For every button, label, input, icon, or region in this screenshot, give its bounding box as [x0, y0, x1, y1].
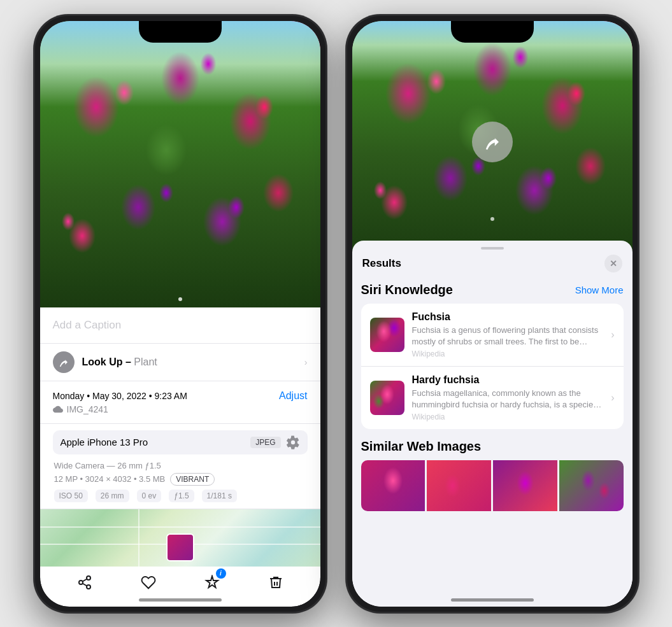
notch-1: [139, 21, 222, 43]
camera-model: Apple iPhone 13 Pro: [61, 437, 148, 447]
date-text: Monday • May 30, 2022 • 9:23 AM: [53, 391, 187, 401]
leaf-siri-icon: [483, 132, 502, 151]
lookup-label: Look Up – Plant: [82, 356, 297, 368]
heart-icon: [141, 575, 156, 590]
iso-value: ISO 50: [54, 490, 88, 502]
phone1-content: Add a Caption Look Up – Plant ›: [40, 21, 320, 607]
aperture-value: ƒ1.5: [169, 490, 194, 502]
siri-knowledge-title: Siri Knowledge: [361, 283, 453, 297]
leaf-icon: [58, 356, 69, 368]
metadata-section: Monday • May 30, 2022 • 9:23 AM Adjust I…: [40, 381, 320, 424]
phone-1-screen: Add a Caption Look Up – Plant ›: [40, 21, 320, 607]
phone-1: Add a Caption Look Up – Plant ›: [34, 15, 327, 613]
cloud-svg: [53, 404, 63, 414]
file-size: 12 MP • 3024 × 4032 • 3.5 MB: [54, 474, 166, 484]
date-row: Monday • May 30, 2022 • 9:23 AM Adjust: [53, 390, 308, 402]
similar-section: Similar Web Images: [361, 439, 624, 511]
notch-2: [451, 21, 534, 43]
siri-knowledge-header: Siri Knowledge Show More: [361, 283, 624, 297]
hardy-name: Hardy fuchsia: [412, 374, 604, 386]
fuchsia-thumb-bg: [370, 318, 404, 352]
lookup-icon: [53, 351, 75, 373]
results-panel: Results ✕ Siri Knowledge Show More: [352, 241, 633, 607]
sim-bg-4: [559, 460, 624, 511]
fuchsia-chevron-icon: ›: [611, 329, 614, 341]
phone-2-screen: Results ✕ Siri Knowledge Show More: [352, 21, 633, 607]
focal-value: 26 mm: [96, 490, 129, 502]
similar-grid: [361, 460, 624, 511]
fuchsia-source: Wikipedia: [412, 349, 604, 358]
results-header: Results ✕: [352, 250, 633, 280]
format-badge: JPEG: [250, 437, 280, 448]
file-info-row: 12 MP • 3024 × 4032 • 3.5 MB VIBRANT: [54, 473, 306, 486]
info-button[interactable]: [201, 571, 224, 594]
filename-text: IMG_4241: [67, 404, 108, 414]
similar-image-3[interactable]: [493, 460, 557, 511]
hardy-text: Hardy fuchsia Fuchsia magellanica, commo…: [412, 374, 604, 421]
sim-bg-3: [493, 460, 557, 511]
phone2-content: Results ✕ Siri Knowledge Show More: [352, 21, 633, 607]
delete-button[interactable]: [264, 571, 287, 594]
map-road-h: [40, 526, 320, 528]
camera-details: Wide Camera — 26 mm ƒ1.5 12 MP • 3024 × …: [53, 461, 308, 502]
fuchsia-desc: Fuchsia is a genus of flowering plants t…: [412, 325, 604, 348]
home-indicator-2: [451, 598, 534, 602]
lookup-chevron-icon: ›: [304, 357, 308, 367]
hardy-fuchsia-item[interactable]: Hardy fuchsia Fuchsia magellanica, commo…: [361, 367, 624, 429]
photo-area-1[interactable]: [40, 21, 320, 307]
sim-bg-2: [427, 460, 491, 511]
map-photo-thumb: [166, 533, 194, 561]
share-button[interactable]: [73, 571, 96, 594]
shutter-value: 1/181 s: [202, 490, 237, 502]
caption-placeholder[interactable]: Add a Caption: [53, 319, 122, 331]
adjust-button[interactable]: Adjust: [279, 390, 307, 402]
flower-photo-overlay: [40, 21, 320, 307]
similar-image-1[interactable]: [361, 460, 425, 511]
phones-container: Add a Caption Look Up – Plant ›: [34, 15, 639, 613]
show-more-button[interactable]: Show More: [575, 285, 624, 295]
hardy-thumb: [370, 381, 404, 415]
phone-2: Results ✕ Siri Knowledge Show More: [346, 15, 639, 613]
hardy-chevron-icon: ›: [611, 392, 614, 404]
similar-image-2[interactable]: [427, 460, 491, 511]
page-dot-1: [178, 297, 182, 301]
caption-area[interactable]: Add a Caption: [40, 307, 320, 344]
results-title: Results: [362, 257, 401, 270]
fuchsia-item[interactable]: Fuchsia Fuchsia is a genus of flowering …: [361, 304, 624, 367]
share-icon: [77, 575, 92, 590]
filename-row: IMG_4241: [53, 404, 308, 414]
hardy-desc: Fuchsia magellanica, commonly known as t…: [412, 388, 604, 411]
close-button[interactable]: ✕: [604, 255, 622, 272]
results-scroll[interactable]: Siri Knowledge Show More Fuchsia: [352, 280, 633, 607]
photo-area-2[interactable]: [352, 21, 633, 263]
similar-image-4[interactable]: [559, 460, 624, 511]
trash-icon: [268, 575, 283, 590]
vibrant-badge: VIBRANT: [170, 473, 215, 486]
hardy-thumb-bg: [370, 381, 404, 415]
fuchsia-text: Fuchsia Fuchsia is a genus of flowering …: [412, 311, 604, 358]
badges: JPEG: [250, 435, 299, 449]
camera-section: Apple iPhone 13 Pro JPEG Wide Camera — 2…: [40, 424, 320, 509]
ev-value: 0 ev: [137, 490, 162, 502]
hardy-source: Wikipedia: [412, 412, 604, 421]
siri-badge: [472, 122, 513, 162]
knowledge-card: Fuchsia Fuchsia is a genus of flowering …: [361, 304, 624, 430]
fuchsia-name: Fuchsia: [412, 311, 604, 323]
cloud-icon: [53, 404, 63, 414]
camera-header: Apple iPhone 13 Pro JPEG: [53, 430, 308, 454]
exif-row: ISO 50 26 mm 0 ev ƒ1.5 1/181 s: [54, 490, 306, 502]
toolbar: [40, 571, 320, 594]
home-indicator-1: [139, 598, 222, 602]
similar-title: Similar Web Images: [361, 439, 624, 454]
favorite-button[interactable]: [137, 571, 160, 594]
map-section[interactable]: [40, 509, 320, 567]
sim-bg-1: [361, 460, 425, 511]
lens-info: Wide Camera — 26 mm ƒ1.5: [54, 461, 306, 470]
info-badge: [216, 568, 226, 579]
gear-icon[interactable]: [286, 435, 300, 449]
siri-dot: [490, 217, 494, 221]
lookup-row[interactable]: Look Up – Plant ›: [40, 344, 320, 381]
map-road-v: [138, 509, 139, 567]
fuchsia-thumb: [370, 318, 404, 352]
